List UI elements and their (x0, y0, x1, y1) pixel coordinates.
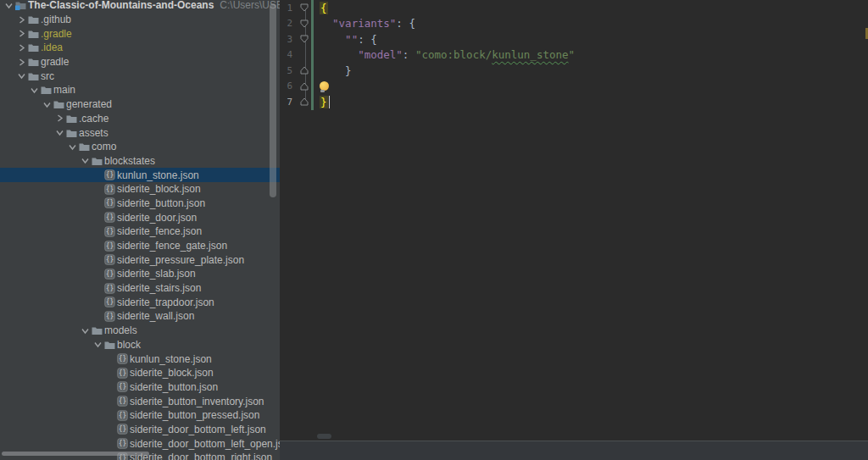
tree-row[interactable]: {}siderite_button_pressed.json (0, 408, 280, 423)
chevron-expanded-icon[interactable] (41, 99, 53, 109)
code-token: { (409, 17, 415, 30)
tree-row[interactable]: gradle (0, 55, 280, 69)
tree-row[interactable]: {}kunlun_stone.json (0, 168, 280, 182)
code-token: "variants" (332, 17, 396, 30)
line-number: 5 (282, 65, 292, 76)
tree-item-label: siderite_button.json (128, 381, 218, 393)
chevron-expanded-icon[interactable] (28, 85, 41, 95)
tree-row[interactable]: {}siderite_wall.json (0, 309, 280, 324)
tree-item-label: siderite_wall.json (115, 310, 194, 322)
tree-row[interactable]: .cache (0, 112, 280, 126)
tree-row[interactable]: {}siderite_button.json (0, 380, 280, 395)
fold-start-icon[interactable] (299, 19, 309, 29)
folder-icon (28, 14, 39, 25)
tree-row[interactable]: {}siderite_fence_gate.json (0, 239, 280, 253)
tree-row[interactable]: {}siderite_block.json (0, 182, 280, 197)
tree-row[interactable]: {}siderite_slab.json (0, 267, 280, 281)
tree-item-label: .gradle (39, 28, 72, 40)
tree-row[interactable]: {}kunlun_stone.json (0, 352, 280, 366)
tree-item-label: blockstates (103, 155, 155, 167)
tree-row[interactable]: {}siderite_pressure_plate.json (0, 252, 280, 267)
tree-item-label: siderite_block.json (128, 367, 214, 379)
tree-row[interactable]: .gradle (0, 26, 280, 41)
fold-end-icon[interactable] (299, 81, 309, 91)
code-text[interactable]: "variants": { (320, 17, 415, 30)
tree-row[interactable]: {}siderite_fence.json (0, 224, 280, 239)
chevron-collapsed-icon[interactable] (15, 42, 28, 53)
chevron-expanded-icon[interactable] (79, 325, 92, 335)
tree-item-label: siderite_door_bottom_right.json (128, 452, 272, 460)
tree-row[interactable]: assets (0, 125, 280, 140)
tree-row[interactable]: blockstates (0, 154, 280, 169)
code-token: " (569, 48, 576, 61)
tree-item-label: src (39, 70, 54, 82)
editor-line[interactable]: 3 "": { (280, 31, 868, 47)
tree-row[interactable]: block (0, 338, 280, 352)
fold-spacer (299, 50, 309, 60)
tree-row[interactable]: {}siderite_trapdoor.json (0, 295, 280, 309)
tree-item-label: siderite_button_pressed.json (128, 409, 259, 421)
tree-row[interactable]: src (0, 69, 280, 83)
tree-row[interactable]: {}siderite_stairs.json (0, 281, 280, 296)
chevron-collapsed-icon[interactable] (15, 57, 28, 67)
fold-end-icon[interactable] (299, 97, 309, 107)
tree-row[interactable]: {}siderite_button.json (0, 197, 280, 211)
tree-item-label: siderite_trapdoor.json (115, 297, 214, 308)
code-token: : (403, 48, 409, 61)
tree-row[interactable]: {}siderite_door.json (0, 210, 280, 224)
code-text[interactable]: { (320, 2, 328, 14)
tree-row[interactable]: {}siderite_door_bottom_left.json (0, 423, 280, 437)
tree-row[interactable]: generated (0, 97, 280, 112)
json-file-icon: {} (117, 381, 128, 393)
tree-row[interactable]: main (0, 83, 280, 97)
tree-row[interactable]: como (0, 140, 280, 154)
chevron-expanded-icon[interactable] (66, 141, 79, 152)
json-file-icon: {} (104, 282, 115, 294)
line-number: 2 (282, 18, 292, 29)
chevron-collapsed-icon[interactable] (15, 29, 28, 39)
editor-line[interactable]: 6 (280, 79, 868, 95)
tree-row[interactable]: {}siderite_door_bottom_left_open.json (0, 436, 280, 451)
tree-horizontal-scrollbar[interactable] (2, 452, 149, 456)
chevron-expanded-icon[interactable] (3, 0, 15, 10)
fold-start-icon[interactable] (299, 34, 309, 44)
intention-bulb-icon[interactable] (320, 81, 330, 91)
fold-end-icon[interactable] (299, 65, 309, 75)
tree-row[interactable]: .github (0, 13, 280, 27)
code-text[interactable]: } (320, 96, 330, 108)
tree-item-label: gradle (39, 56, 69, 68)
code-text[interactable]: "": { (320, 33, 377, 46)
editor-line[interactable]: 7} (280, 94, 868, 110)
editor-line[interactable]: 1{ (280, 0, 868, 16)
tree-row[interactable]: {}siderite_block.json (0, 366, 280, 380)
chevron-spacer (104, 410, 117, 420)
code-token (320, 33, 345, 46)
project-root-icon (15, 0, 26, 11)
fold-start-icon[interactable] (299, 3, 309, 13)
chevron-collapsed-icon[interactable] (53, 114, 66, 124)
line-number: 4 (282, 49, 292, 60)
folder-icon (28, 70, 39, 82)
chevron-collapsed-icon[interactable] (15, 14, 28, 25)
code-text[interactable]: "model": "como:block/kunlun_stone" (320, 48, 575, 61)
tree-item-label: .github (39, 14, 71, 25)
tree-item-label: The-Classic-of-Mountains-and-Oceans (26, 0, 214, 11)
tree-item-label: como (90, 141, 116, 152)
editor-horizontal-scrollbar[interactable] (317, 434, 331, 439)
editor-line[interactable]: 4 "model": "como:block/kunlun_stone" (280, 47, 868, 64)
chevron-expanded-icon[interactable] (92, 340, 104, 350)
code-text[interactable] (320, 81, 331, 91)
editor-pane[interactable]: 1{2 "variants": {3 "": {4 "model": "como… (280, 0, 868, 441)
chevron-expanded-icon[interactable] (15, 71, 28, 81)
chevron-expanded-icon[interactable] (79, 156, 92, 166)
tree-row[interactable]: models (0, 324, 280, 338)
tree-row[interactable]: .idea (0, 41, 280, 55)
tree-row[interactable]: {}siderite_button_inventory.json (0, 394, 280, 408)
tree-row[interactable]: The-Classic-of-Mountains-and-OceansC:\Us… (0, 0, 280, 13)
code-text[interactable]: } (320, 64, 352, 77)
json-file-icon: {} (104, 254, 115, 266)
chevron-expanded-icon[interactable] (53, 128, 66, 138)
tree-vertical-scrollbar[interactable] (270, 3, 276, 197)
editor-line[interactable]: 5 } (280, 63, 868, 79)
editor-line[interactable]: 2 "variants": { (280, 16, 868, 32)
